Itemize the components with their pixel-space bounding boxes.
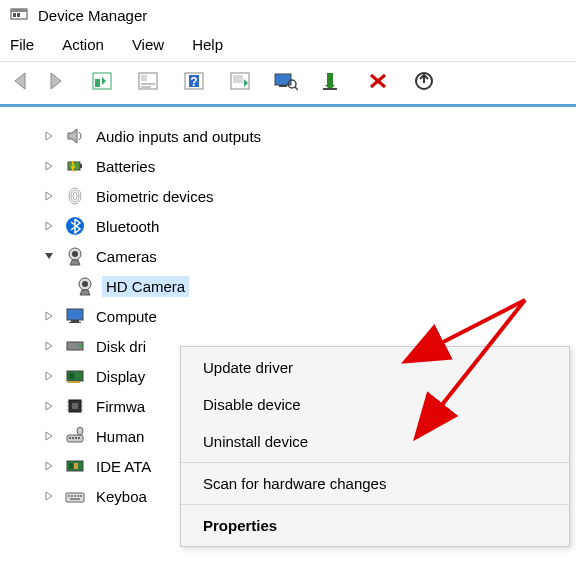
chevron-down-icon[interactable] [40,252,58,260]
cm-update-driver[interactable]: Update driver [181,349,569,386]
svg-rect-53 [75,437,77,439]
svg-point-31 [72,251,78,257]
tree-node-batteries[interactable]: Batteries [40,151,568,181]
svg-rect-61 [71,495,73,497]
disk-icon [64,336,86,356]
cm-scan-hardware[interactable]: Scan for hardware changes [181,465,569,502]
svg-rect-57 [69,463,73,469]
tree-node-label: IDE ATA [92,456,155,477]
svg-rect-2 [13,13,16,17]
context-menu: Update driver Disable device Uninstall d… [180,346,570,547]
tree-node-label: Audio inputs and outputs [92,126,265,147]
cm-properties[interactable]: Properties [181,507,569,544]
svg-rect-65 [70,498,80,500]
svg-point-55 [77,427,83,435]
tree-node-label: Keyboa [92,486,151,507]
svg-rect-3 [17,13,20,17]
svg-rect-64 [80,495,82,497]
battery-icon [64,156,86,176]
tree-node-computer[interactable]: Compute [40,301,568,331]
help-button[interactable]: ? [180,68,208,94]
cm-disable-device[interactable]: Disable device [181,386,569,423]
svg-rect-59 [66,493,84,502]
bluetooth-icon [64,216,86,236]
tree-node-label: Cameras [92,246,161,267]
disable-device-button[interactable] [364,68,392,94]
svg-rect-63 [77,495,79,497]
chevron-right-icon[interactable] [40,491,58,501]
cm-uninstall-device[interactable]: Uninstall device [181,423,569,460]
monitor-icon [64,306,86,326]
show-hide-tree-button[interactable] [88,68,116,94]
ide-controller-icon [64,456,86,476]
svg-rect-43 [72,403,78,409]
titlebar: Device Manager [0,0,576,32]
tree-node-label: Biometric devices [92,186,218,207]
tree-node-label: Batteries [92,156,159,177]
svg-rect-19 [327,73,333,87]
window-title: Device Manager [38,7,147,24]
menu-action[interactable]: Action [62,36,104,53]
svg-rect-36 [69,322,81,323]
fingerprint-icon [64,186,86,206]
tree-node-label: Human [92,426,148,447]
cm-separator [181,462,569,463]
update-driver-button[interactable] [410,68,438,94]
svg-rect-52 [72,437,74,439]
chevron-right-icon[interactable] [40,431,58,441]
enable-device-button[interactable] [318,68,346,94]
tree-node-cameras[interactable]: Cameras [40,241,568,271]
camera-icon [64,246,86,266]
svg-point-33 [82,281,88,287]
menubar: File Action View Help [0,32,576,62]
tree-node-label: HD Camera [102,276,189,297]
scan-hardware-button[interactable] [226,68,254,94]
menu-file[interactable]: File [10,36,34,53]
tree-node-hd-camera[interactable]: HD Camera [40,271,568,301]
menu-view[interactable]: View [132,36,164,53]
chevron-right-icon[interactable] [40,131,58,141]
chevron-right-icon[interactable] [40,341,58,351]
chevron-right-icon[interactable] [40,401,58,411]
monitor-search-button[interactable] [272,68,300,94]
camera-icon [74,276,96,296]
svg-rect-7 [141,75,147,81]
svg-rect-35 [71,320,79,322]
tree-node-label: Firmwa [92,396,149,417]
tree-node-label: Compute [92,306,161,327]
devmgr-icon [10,6,28,24]
svg-rect-40 [69,373,74,379]
svg-point-38 [79,345,82,348]
tree-node-label: Bluetooth [92,216,163,237]
svg-rect-20 [323,88,337,90]
tree-node-audio[interactable]: Audio inputs and outputs [40,121,568,151]
tree-node-biometric[interactable]: Biometric devices [40,181,568,211]
tree-node-label: Display [92,366,149,387]
chevron-right-icon[interactable] [40,311,58,321]
svg-rect-54 [78,437,80,439]
chevron-right-icon[interactable] [40,461,58,471]
chevron-right-icon[interactable] [40,161,58,171]
hid-icon [64,426,86,446]
svg-point-28 [73,192,77,200]
svg-rect-51 [69,437,71,439]
menu-help[interactable]: Help [192,36,223,53]
svg-rect-5 [95,79,100,87]
properties-button[interactable] [134,68,162,94]
svg-rect-25 [80,164,82,168]
tree-node-bluetooth[interactable]: Bluetooth [40,211,568,241]
svg-rect-62 [74,495,76,497]
svg-rect-1 [11,9,27,12]
svg-rect-34 [67,309,83,320]
toolbar: ? [0,62,576,107]
chevron-right-icon[interactable] [40,221,58,231]
tree-node-label: Disk dri [92,336,150,357]
back-button[interactable] [8,68,36,94]
svg-rect-41 [68,381,80,383]
chevron-right-icon[interactable] [40,191,58,201]
forward-button[interactable] [42,68,70,94]
svg-rect-16 [279,85,287,87]
keyboard-icon [64,486,86,506]
chevron-right-icon[interactable] [40,371,58,381]
svg-text:?: ? [190,75,197,89]
